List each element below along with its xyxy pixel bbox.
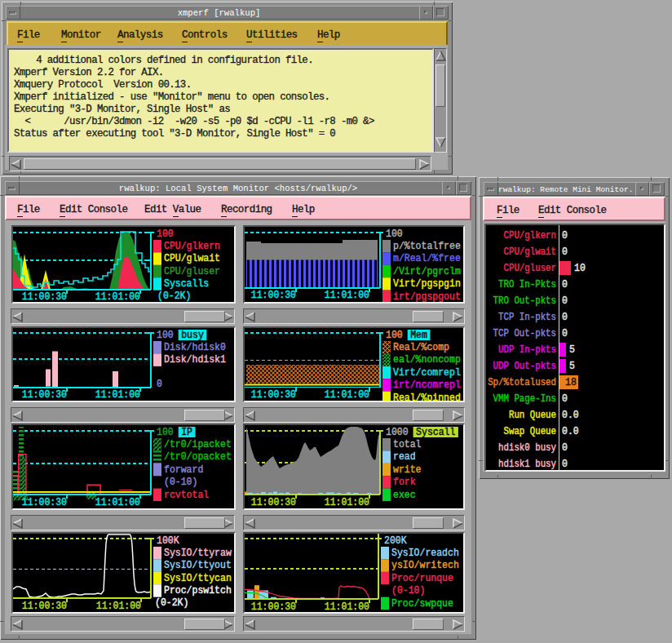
svg-text:write: write — [393, 464, 422, 476]
svg-text:100: 100 — [157, 330, 174, 341]
svg-text:/tr0/ipacket: /tr0/ipacket — [164, 439, 232, 450]
svg-text:0: 0 — [562, 230, 568, 242]
svg-text:11:00:30: 11:00:30 — [22, 497, 67, 508]
svg-text:5: 5 — [569, 361, 575, 372]
svg-text:SysIO/readch: SysIO/readch — [391, 548, 459, 559]
svg-text:(0-10): (0-10) — [164, 477, 197, 488]
svg-text:CPU/glkern: CPU/glkern — [504, 230, 557, 242]
svg-text:hdisk1 busy: hdisk1 busy — [498, 459, 556, 470]
svg-text:0: 0 — [562, 442, 568, 454]
svg-text:UDP Out-pkts: UDP Out-pkts — [493, 361, 556, 372]
svg-text:fork: fork — [393, 477, 416, 488]
svg-text:Run Queue: Run Queue — [509, 410, 556, 421]
svg-text:11:00:30: 11:00:30 — [251, 290, 296, 301]
svg-text:11:01:00: 11:01:00 — [95, 389, 140, 401]
svg-text:CPU/glwait: CPU/glwait — [504, 246, 557, 258]
svg-text:0: 0 — [562, 246, 568, 258]
svg-text:11:01:00: 11:01:00 — [325, 601, 369, 613]
svg-text:100: 100 — [386, 228, 403, 240]
svg-text:11:00:30: 11:00:30 — [251, 497, 296, 508]
svg-text:p/%totalfree: p/%totalfree — [393, 241, 461, 252]
svg-text:18: 18 — [565, 377, 577, 388]
svg-text:Proc/swpque: Proc/swpque — [391, 598, 453, 610]
svg-text:(0-2K): (0-2K) — [157, 290, 191, 302]
svg-text:11:01:00: 11:01:00 — [95, 291, 140, 302]
svg-text:100: 100 — [386, 330, 403, 341]
svg-text:CPU/glkern: CPU/glkern — [164, 241, 220, 252]
svg-text:busy: busy — [181, 330, 204, 341]
svg-text:eal/%noncomp: eal/%noncomp — [393, 354, 461, 366]
svg-text:forward: forward — [164, 464, 203, 476]
svg-text:/Virt/pgrclm: /Virt/pgrclm — [393, 266, 461, 277]
svg-text:/tr0/opacket: /tr0/opacket — [164, 451, 232, 463]
svg-text:11:01:00: 11:01:00 — [96, 601, 141, 612]
svg-text:200K: 200K — [384, 535, 407, 547]
svg-text:IP: IP — [181, 427, 192, 438]
svg-text:0: 0 — [562, 393, 568, 405]
svg-text:100K: 100K — [157, 535, 179, 547]
svg-text:TCP In-pkts: TCP In-pkts — [498, 312, 556, 323]
svg-text:Proc/pswitch: Proc/pswitch — [164, 585, 232, 596]
svg-text:0: 0 — [157, 379, 162, 390]
svg-text:UDP In-pkts: UDP In-pkts — [498, 344, 556, 356]
svg-text:0: 0 — [562, 279, 568, 290]
svg-text:1000: 1000 — [386, 427, 409, 438]
svg-text:rcvtotal: rcvtotal — [164, 490, 209, 501]
svg-text:CPU/gluser: CPU/gluser — [504, 263, 557, 274]
svg-text:CPU/gluser: CPU/gluser — [164, 266, 220, 277]
svg-text:100: 100 — [157, 228, 174, 240]
svg-text:0: 0 — [562, 328, 568, 339]
svg-text:Sp/%totalused: Sp/%totalused — [488, 377, 556, 388]
svg-text:11:00:30: 11:00:30 — [22, 601, 67, 612]
svg-text:Syscall: Syscall — [416, 427, 455, 438]
svg-text:5: 5 — [569, 344, 575, 356]
svg-text:m/Real/%free: m/Real/%free — [393, 253, 461, 264]
svg-text:SysIO/ttyraw: SysIO/ttyraw — [164, 548, 232, 559]
svg-text:TRO Out-pkts: TRO Out-pkts — [493, 295, 556, 307]
svg-text:Virt/pgspgin: Virt/pgspgin — [393, 278, 461, 290]
svg-text:irt/pgspgout: irt/pgspgout — [393, 291, 461, 302]
svg-text:Disk/hdisk0: Disk/hdisk0 — [164, 342, 226, 353]
svg-text:100: 100 — [157, 427, 174, 438]
svg-text:SysIO/ttyout: SysIO/ttyout — [164, 560, 232, 571]
svg-text:11:00:30: 11:00:30 — [22, 291, 67, 302]
svg-text:11:00:30: 11:00:30 — [22, 389, 67, 401]
svg-text:TCP Out-pkts: TCP Out-pkts — [493, 328, 556, 339]
svg-text:Mem: Mem — [410, 330, 427, 341]
svg-text:exec: exec — [393, 490, 416, 501]
svg-text:Disk/hdisk1: Disk/hdisk1 — [164, 354, 226, 366]
svg-text:0.0: 0.0 — [562, 426, 579, 437]
svg-text:(0-2K): (0-2K) — [155, 597, 188, 609]
svg-text:total: total — [393, 439, 422, 450]
svg-text:11:01:00: 11:01:00 — [325, 389, 369, 401]
svg-text:0: 0 — [562, 312, 568, 323]
svg-text:Real/%pinned: Real/%pinned — [393, 392, 461, 401]
svg-text:Virt/comrepl: Virt/comrepl — [393, 367, 461, 379]
svg-text:Real/%comp: Real/%comp — [393, 342, 449, 353]
svg-text:Syscalls: Syscalls — [164, 278, 209, 290]
svg-text:0: 0 — [562, 295, 568, 307]
svg-text:CPU/glwait: CPU/glwait — [164, 253, 220, 264]
svg-text:Proc/runque: Proc/runque — [391, 573, 453, 584]
svg-text:11:01:00: 11:01:00 — [325, 497, 369, 508]
svg-text:VMM Page-Ins: VMM Page-Ins — [493, 393, 556, 405]
svg-text:TRO In-Pkts: TRO In-Pkts — [498, 279, 556, 290]
svg-text:0.0: 0.0 — [562, 410, 579, 421]
svg-text:11:00:30: 11:00:30 — [251, 389, 296, 401]
svg-text:11:01:00: 11:01:00 — [325, 290, 369, 301]
svg-text:irt/ncomrepl: irt/ncomrepl — [393, 379, 461, 391]
svg-text:read: read — [393, 451, 416, 463]
svg-text:hdisk0 busy: hdisk0 busy — [498, 442, 556, 454]
svg-text:(0-10): (0-10) — [391, 585, 425, 596]
svg-text:10: 10 — [574, 263, 586, 274]
svg-text:SysIO/ttycan: SysIO/ttycan — [164, 573, 232, 584]
svg-text:11:01:00: 11:01:00 — [95, 497, 140, 508]
svg-text:0: 0 — [562, 459, 568, 470]
svg-text:Swap Queue: Swap Queue — [504, 426, 557, 437]
svg-text:ysIO/writech: ysIO/writech — [391, 560, 459, 571]
svg-text:11:00:30: 11:00:30 — [251, 601, 296, 613]
